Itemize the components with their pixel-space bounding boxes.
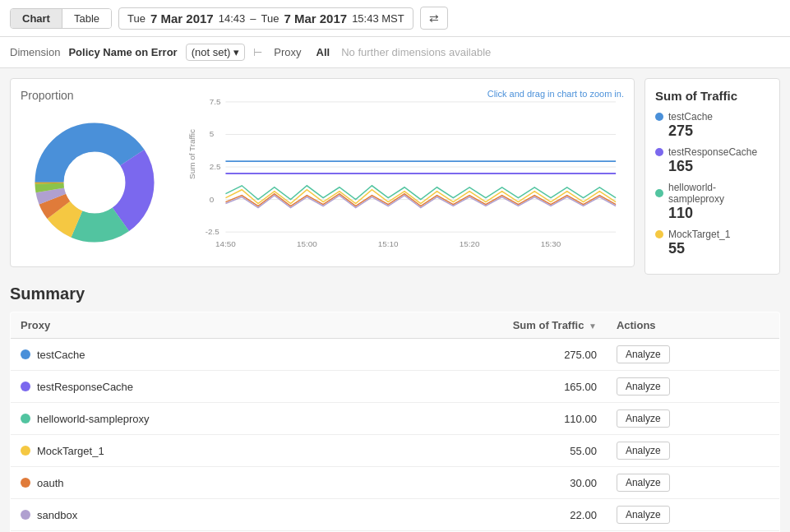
legend-color-dot (655, 148, 663, 156)
actions-cell: Analyze (607, 435, 780, 467)
legend-item-value: 110 (668, 205, 769, 222)
analyze-button[interactable]: Analyze (617, 442, 670, 460)
proxy-name: testResponseCache (37, 381, 133, 393)
svg-text:15:30: 15:30 (541, 239, 561, 248)
summary-section: Summary Proxy Sum of Traffic ▼ Actions t… (0, 285, 790, 532)
actions-cell: Analyze (607, 403, 780, 435)
analyze-button[interactable]: Analyze (617, 409, 670, 428)
proxy-color-dot (21, 478, 30, 488)
svg-text:5: 5 (210, 129, 215, 138)
proxy-color-dot (21, 414, 30, 423)
legend-item: testCache 275 (655, 111, 769, 140)
proxy-cell: testResponseCache (11, 371, 362, 403)
legend-color-dot (655, 189, 663, 197)
refresh-button[interactable]: ⇄ (420, 7, 448, 30)
proxy-col-header: Proxy (11, 312, 362, 339)
traffic-value: 22.00 (362, 499, 607, 531)
legend-items: testCache 275 testResponseCache 165 hell… (655, 111, 769, 257)
svg-text:15:10: 15:10 (378, 239, 399, 248)
legend-item: helloworld-sampleproxy 110 (655, 182, 769, 222)
table-row: oauth 30.00 Analyze (11, 467, 780, 499)
traffic-value: 110.00 (362, 403, 607, 435)
chart-area: Proportion (10, 78, 635, 275)
dimension-label: Dimension (10, 46, 60, 58)
proxy-color-dot (21, 382, 30, 391)
summary-title: Summary (10, 285, 780, 303)
start-time: 14:43 (219, 12, 246, 25)
svg-text:2.5: 2.5 (210, 162, 221, 171)
dimension-select[interactable]: (not set) ▾ (186, 44, 246, 61)
table-row: helloworld-sampleproxy 110.00 Analyze (11, 403, 780, 435)
legend-item-name: helloworld-sampleproxy (655, 182, 769, 205)
legend-panel: Sum of Traffic testCache 275 testRespons… (644, 78, 780, 275)
chevron-down-icon: ▾ (233, 46, 239, 58)
traffic-value: 165.00 (362, 371, 607, 403)
traffic-value: 30.00 (362, 467, 607, 499)
dimension-bar: Dimension Policy Name on Error (not set)… (0, 37, 790, 68)
proportion-panel: Proportion (21, 89, 169, 257)
chart-tab[interactable]: Chart (11, 9, 62, 28)
start-date: 7 Mar 2017 (150, 12, 214, 25)
summary-table: Proxy Sum of Traffic ▼ Actions testCache… (10, 312, 780, 532)
svg-text:14:50: 14:50 (215, 239, 236, 248)
svg-text:15:00: 15:00 (297, 239, 317, 248)
main-content: Proportion (0, 68, 790, 285)
proxy-cell: oauth (11, 467, 362, 499)
legend-item-value: 55 (668, 240, 769, 257)
traffic-value: 55.00 (362, 435, 607, 467)
date-range-display: Tue 7 Mar 2017 14:43 – Tue 7 Mar 2017 15… (118, 7, 413, 30)
traffic-col-header[interactable]: Sum of Traffic ▼ (362, 312, 607, 339)
proxy-filter-link[interactable]: Proxy (270, 44, 304, 60)
legend-item: testResponseCache 165 (655, 146, 769, 175)
proxy-cell: sandbox (11, 499, 362, 531)
analyze-button[interactable]: Analyze (617, 377, 670, 396)
legend-item-label: testResponseCache (668, 146, 757, 158)
svg-point-9 (64, 152, 125, 213)
proxy-name: testCache (37, 349, 85, 361)
analyze-button[interactable]: Analyze (617, 474, 670, 492)
svg-text:Sum of Traffic: Sum of Traffic (187, 129, 196, 179)
legend-item-name: MockTarget_1 (655, 229, 769, 240)
legend-color-dot (655, 230, 663, 238)
proportion-title: Proportion (21, 89, 169, 102)
date-dash: – (250, 12, 256, 25)
legend-item-label: helloworld-sampleproxy (668, 182, 769, 205)
analyze-button[interactable]: Analyze (617, 506, 670, 524)
top-bar: Chart Table Tue 7 Mar 2017 14:43 – Tue 7… (0, 0, 790, 37)
donut-chart (21, 109, 169, 257)
svg-text:15:20: 15:20 (460, 239, 480, 248)
legend-item-label: MockTarget_1 (668, 229, 730, 240)
legend-color-dot (655, 113, 663, 121)
dimension-info-text: No further dimensions available (341, 46, 491, 58)
legend-item-value: 165 (668, 158, 769, 175)
proxy-name: sandbox (37, 509, 77, 521)
view-tabs: Chart Table (10, 8, 112, 29)
sort-icon: ▼ (589, 322, 597, 331)
actions-cell: Analyze (607, 467, 780, 499)
analyze-button[interactable]: Analyze (617, 345, 670, 363)
chart-panel: Proportion (10, 78, 635, 267)
policy-name-label: Policy Name on Error (68, 46, 177, 58)
table-row: testCache 275.00 Analyze (11, 339, 780, 371)
proxy-color-dot (21, 446, 30, 456)
end-date: 7 Mar 2017 (284, 12, 347, 25)
legend-item-value: 275 (668, 123, 769, 140)
svg-text:0: 0 (210, 195, 215, 204)
legend-item: MockTarget_1 55 (655, 229, 769, 257)
all-filter-link[interactable]: All (313, 44, 334, 60)
actions-cell: Analyze (607, 339, 780, 371)
actions-cell: Analyze (607, 499, 780, 531)
table-tab[interactable]: Table (62, 9, 111, 28)
separator-icon: ⊢ (253, 46, 262, 58)
line-chart[interactable]: Click and drag in chart to zoom in. 7.5 … (185, 89, 624, 256)
proxy-name: oauth (37, 477, 64, 489)
table-row: testResponseCache 165.00 Analyze (11, 371, 780, 403)
proxy-cell: MockTarget_1 (11, 435, 362, 467)
proxy-cell: testCache (11, 339, 362, 371)
proportion-section: Proportion (21, 89, 624, 257)
dimension-select-value: (not set) (192, 46, 231, 58)
start-day: Tue (127, 12, 146, 25)
end-day: Tue (261, 12, 279, 25)
legend-item-label: testCache (668, 111, 713, 123)
table-row: MockTarget_1 55.00 Analyze (11, 435, 780, 467)
